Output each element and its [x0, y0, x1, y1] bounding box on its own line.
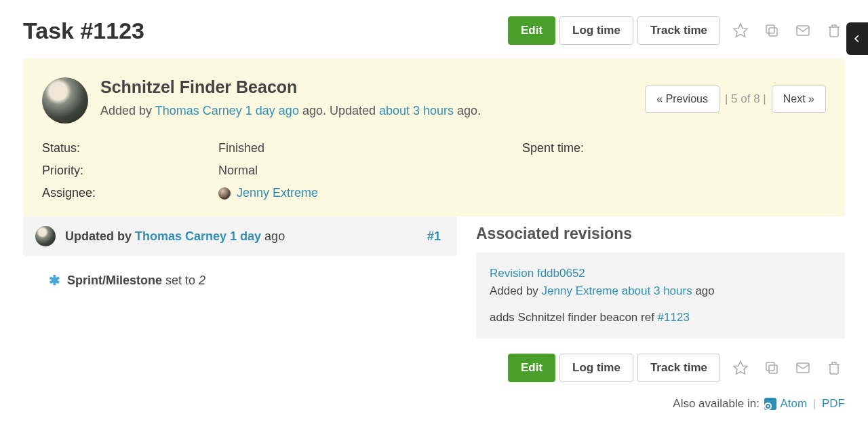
svg-marker-4	[734, 361, 747, 374]
author-name: Thomas Carney	[155, 104, 242, 117]
log-time-button[interactable]: Log time	[559, 16, 633, 45]
assignee-cell: Jenny Extreme	[218, 186, 522, 200]
trash-icon[interactable]	[823, 20, 845, 41]
svg-rect-7	[797, 363, 809, 373]
meta-added-suffix: ago. Updated	[299, 104, 379, 117]
footer-actions: Edit Log time Track time	[0, 354, 845, 382]
svg-rect-2	[766, 25, 774, 33]
history-prefix: Updated by	[65, 229, 135, 243]
change-value: 2	[199, 274, 205, 287]
rev-author-link[interactable]: Jenny Extreme	[542, 284, 618, 297]
meta-added-prefix: Added by	[100, 104, 155, 117]
issue-subject: Schnitzel Finder Beacon	[100, 77, 481, 97]
page-title: Task #1123	[23, 18, 144, 44]
available-prefix: Also available in:	[673, 397, 762, 410]
svg-rect-5	[769, 365, 777, 373]
available-in: Also available in: Atom | PDF	[0, 397, 845, 411]
history-number[interactable]: #1	[427, 229, 441, 244]
spent-time-label: Spent time:	[522, 141, 826, 155]
history-text: Updated by Thomas Carney 1 day ago	[65, 229, 285, 244]
star-icon[interactable]	[730, 20, 751, 41]
edit-button[interactable]: Edit	[508, 16, 555, 45]
svg-rect-6	[766, 362, 774, 371]
asterisk-icon: ✱	[49, 272, 60, 288]
prev-button[interactable]: « Previous	[645, 86, 719, 113]
rev-time-link[interactable]: about 3 hours	[622, 284, 692, 297]
footer-log-time-button[interactable]: Log time	[559, 354, 633, 382]
meta-updated-suffix: ago.	[454, 104, 481, 117]
svg-rect-3	[797, 26, 809, 35]
associated-revisions-title: Associated revisions	[476, 225, 845, 243]
author-avatar	[42, 77, 88, 124]
next-button[interactable]: Next »	[772, 86, 826, 113]
change-line: ✱ Sprint/Milestone set to 2	[49, 272, 457, 288]
assignee-link[interactable]: Jenny Extreme	[237, 186, 318, 200]
history-entry-header: Updated by Thomas Carney 1 day ago #1	[23, 217, 457, 256]
revision-link[interactable]: Revision fddb0652	[490, 267, 585, 280]
issue-card: Schnitzel Finder Beacon Added by Thomas …	[23, 58, 845, 217]
pager-count: | 5 of 8 |	[725, 92, 766, 106]
history-suffix: ago	[261, 229, 285, 243]
divider: |	[813, 397, 816, 410]
svg-marker-0	[734, 24, 747, 37]
revision-box: Revision fddb0652 Added by Jenny Extreme…	[476, 252, 845, 339]
rev-suffix: ago	[692, 284, 715, 297]
author-link[interactable]: Thomas Carney 1 day ago	[155, 104, 299, 117]
track-time-button[interactable]: Track time	[637, 16, 720, 45]
footer-star-icon[interactable]	[730, 357, 751, 379]
pdf-link[interactable]: PDF	[822, 397, 845, 410]
footer-trash-icon[interactable]	[823, 357, 845, 379]
assignee-label: Assignee:	[42, 186, 218, 200]
history-author: Thomas Carney	[135, 229, 226, 243]
footer-edit-button[interactable]: Edit	[508, 354, 555, 382]
footer-copy-icon[interactable]	[761, 357, 783, 379]
change-field: Sprint/Milestone	[67, 274, 162, 287]
updated-time-link[interactable]: about 3 hours	[379, 104, 454, 117]
assignee-avatar	[218, 187, 231, 200]
issue-meta: Added by Thomas Carney 1 day ago ago. Up…	[100, 104, 481, 118]
copy-icon[interactable]	[761, 20, 783, 41]
mail-icon[interactable]	[792, 20, 814, 41]
rev-added-prefix: Added by	[490, 284, 542, 297]
history-time: 1 day	[230, 229, 261, 243]
history-author-link[interactable]: Thomas Carney 1 day	[135, 229, 261, 243]
rev-ref-link[interactable]: #1123	[658, 311, 690, 324]
footer-track-time-button[interactable]: Track time	[637, 354, 720, 382]
change-text: set to	[162, 274, 199, 287]
author-time: 1 day ago	[245, 104, 299, 117]
feed-icon	[764, 398, 776, 410]
rev-msg-prefix: adds Schnitzel finder beacon ref	[490, 311, 658, 324]
priority-value: Normal	[218, 164, 522, 178]
footer-mail-icon[interactable]	[792, 357, 814, 379]
status-value: Finished	[218, 141, 522, 155]
svg-rect-1	[769, 28, 777, 36]
priority-label: Priority:	[42, 164, 218, 178]
history-avatar	[35, 226, 56, 246]
sidebar-toggle[interactable]	[846, 22, 868, 55]
atom-link[interactable]: Atom	[780, 397, 807, 410]
status-label: Status:	[42, 141, 218, 155]
pager: « Previous | 5 of 8 | Next »	[645, 86, 826, 113]
issue-attributes: Status: Finished Spent time: Priority: N…	[42, 141, 826, 200]
header-actions: Edit Log time Track time	[508, 16, 845, 45]
